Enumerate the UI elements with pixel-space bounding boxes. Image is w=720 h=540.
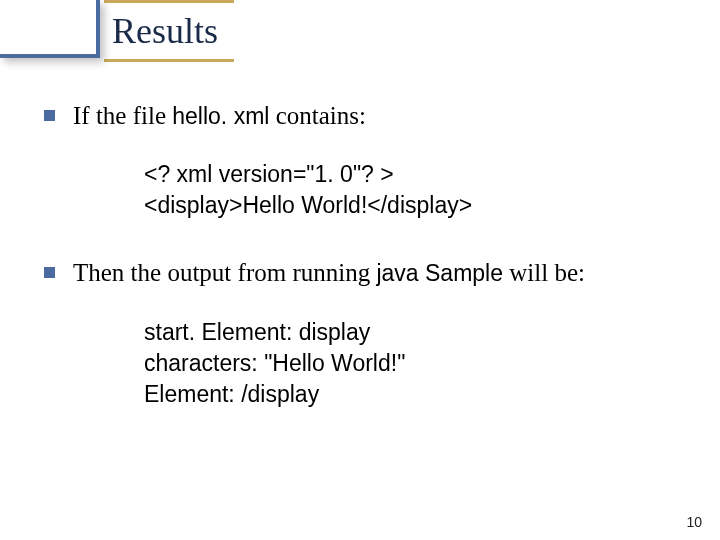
- page-number: 10: [686, 514, 702, 530]
- output-line-1: start. Element: display: [144, 317, 680, 348]
- xml-line-2: <display>Hello World!</display>: [144, 190, 680, 221]
- bullet-item-1: If the file hello. xml contains:: [44, 100, 680, 131]
- inline-code: java Sample: [376, 260, 503, 286]
- text-prefix: Then the output from running: [73, 259, 376, 286]
- inline-code: hello. xml: [172, 103, 269, 129]
- output-block: start. Element: display characters: "Hel…: [144, 317, 680, 410]
- slide-content: If the file hello. xml contains: <? xml …: [44, 100, 680, 446]
- bullet-icon: [44, 267, 55, 278]
- title-gold-bar-bottom: [104, 59, 234, 62]
- xml-block: <? xml version="1. 0"? > <display>Hello …: [144, 159, 680, 221]
- text-suffix: will be:: [503, 259, 585, 286]
- title-gold-bar-top: [104, 0, 234, 3]
- bullet-icon: [44, 110, 55, 121]
- bullet-text-2: Then the output from running java Sample…: [73, 257, 585, 288]
- output-line-2: characters: "Hello World!": [144, 348, 680, 379]
- title-accent-box: [0, 0, 100, 58]
- bullet-item-2: Then the output from running java Sample…: [44, 257, 680, 288]
- text-prefix: If the file: [73, 102, 172, 129]
- output-line-3: Element: /display: [144, 379, 680, 410]
- xml-line-1: <? xml version="1. 0"? >: [144, 159, 680, 190]
- bullet-text-1: If the file hello. xml contains:: [73, 100, 366, 131]
- slide-title: Results: [112, 10, 218, 52]
- text-suffix: contains:: [269, 102, 366, 129]
